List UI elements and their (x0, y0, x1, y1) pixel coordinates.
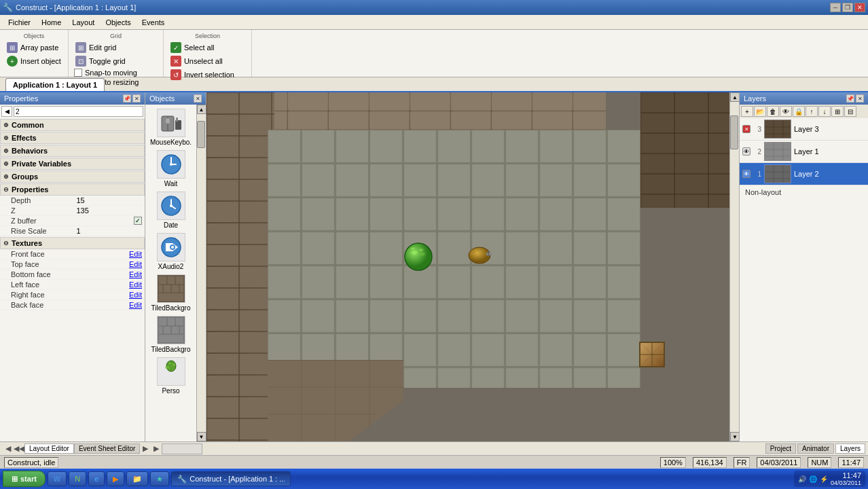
eye-layer-btn[interactable]: 👁 (780, 106, 792, 117)
lock-layer-btn[interactable]: 🔒 (793, 106, 805, 117)
menu-fichier[interactable]: Fichier (3, 17, 36, 28)
layer-2-item[interactable]: 👁 1 Layer 2 (740, 163, 868, 185)
objects-list: MouseKeybo. Wait (145, 105, 196, 441)
top-face-edit[interactable]: Edit (129, 260, 142, 268)
properties-panel-close[interactable]: ✕ (132, 94, 141, 103)
events-editor-tab[interactable]: Event Sheet Editor (74, 443, 140, 454)
restore-button[interactable]: ❐ (842, 3, 853, 12)
layer-1-item[interactable]: 👁 2 Layer 1 (740, 141, 868, 163)
prop-search-box[interactable]: 2 (14, 106, 143, 117)
layout-editor-tab[interactable]: Layout Editor (24, 443, 74, 454)
textures-section-header[interactable]: ⊖ Textures (0, 237, 145, 249)
animator-tab[interactable]: Animator (797, 443, 834, 454)
canvas-scroll-up[interactable]: ▲ (730, 92, 739, 102)
rise-scale-value[interactable]: 1 (77, 227, 143, 235)
scroll-thumb[interactable] (197, 121, 205, 148)
zbuffer-checkbox[interactable]: ✓ (134, 217, 142, 225)
layer-3-eye[interactable]: ✕ (742, 125, 751, 133)
delete-layer-btn[interactable]: 🗑 (767, 106, 779, 117)
taskbar-note[interactable]: N (69, 471, 86, 486)
prop-nav-back[interactable]: ◀ (1, 106, 12, 117)
layers-panel-close[interactable]: ✕ (856, 94, 864, 103)
down-layer-btn[interactable]: ↓ (818, 106, 831, 117)
select-all-button[interactable]: ✓ Select all (168, 41, 247, 54)
expand-layer-btn[interactable]: ⊞ (831, 106, 844, 117)
taskbar-files[interactable]: 📁 (126, 471, 148, 486)
zbuffer-row: Z buffer ✓ (0, 216, 145, 226)
bottom-tabs-left: ◀ ◀◀ Layout Editor Event Sheet Editor ▶ … (0, 443, 765, 454)
effects-section-header[interactable]: ⊕ Effects (0, 132, 145, 144)
behaviors-section: ⊕ Behaviors (0, 145, 145, 157)
snap-moving-button[interactable]: Snap-to moving (73, 68, 159, 77)
tray-clock: 11:47 04/03/2011 (831, 471, 861, 486)
insert-object-button[interactable]: + Insert object (4, 54, 64, 68)
canvas-vthumb[interactable] (730, 115, 738, 149)
right-corner-svg (640, 92, 739, 208)
object-date[interactable]: Date (147, 190, 195, 230)
object-tiledbackgro1[interactable]: TiledBackgro (147, 273, 195, 313)
properties-sub-header[interactable]: ⊖ Properties (0, 183, 145, 196)
layout-tab[interactable]: Application 1 : Layout 1 (5, 78, 105, 91)
project-tab[interactable]: Project (765, 443, 796, 454)
right-face-edit[interactable]: Edit (129, 291, 142, 299)
files-icon: 📁 (132, 475, 142, 484)
editor-scrollbar[interactable] (162, 443, 202, 454)
menu-layout[interactable]: Layout (67, 17, 100, 28)
groups-section-header[interactable]: ⊕ Groups (0, 170, 145, 183)
add-layer-btn[interactable]: + (741, 106, 753, 117)
collapse-layer-btn[interactable]: ⊟ (844, 106, 856, 117)
scroll-up-btn[interactable]: ▲ (197, 105, 206, 114)
layer-2-eye[interactable]: 👁 (742, 170, 751, 178)
tab-scroll-forward[interactable]: ▶ (140, 443, 151, 454)
invert-selection-button[interactable]: ↺ Invert selection (168, 68, 247, 82)
object-perso[interactable]: Perso (147, 356, 195, 396)
taskbar-construct[interactable]: 🔧 Construct - [Application 1 : ... (171, 471, 291, 486)
up-layer-btn[interactable]: ↑ (806, 106, 818, 117)
canvas-scroll-down[interactable]: ▼ (730, 432, 739, 441)
tab-scroll-right-small[interactable]: ◀◀ (14, 443, 24, 454)
behaviors-section-header[interactable]: ⊕ Behaviors (0, 145, 145, 157)
menu-home[interactable]: Home (36, 17, 67, 28)
scroll-down-btn[interactable]: ▼ (197, 432, 206, 441)
start-button[interactable]: ⊞ start (3, 471, 46, 487)
taskbar-word[interactable]: W (48, 471, 67, 486)
menu-events[interactable]: Events (137, 17, 170, 28)
common-section-header[interactable]: ⊕ Common (0, 119, 145, 131)
private-vars-section-header[interactable]: ⊕ Private Variables (0, 158, 145, 170)
unselect-all-button[interactable]: ✕ Unselect all (168, 54, 247, 68)
objects-panel-close[interactable]: ✕ (194, 94, 202, 103)
array-paste-button[interactable]: ⊞ Array paste (4, 41, 64, 54)
front-face-edit[interactable]: Edit (129, 250, 142, 258)
taskbar-app2[interactable]: ★ (150, 471, 169, 486)
object-mousekeybo[interactable]: MouseKeybo. (147, 107, 195, 147)
front-face-row: Front face Edit (0, 249, 145, 259)
z-value[interactable]: 135 (77, 206, 143, 215)
objects-panel-title: Objects (149, 94, 175, 103)
toggle-grid-button[interactable]: ⊡ Toggle grid (73, 54, 159, 68)
close-button[interactable]: ✕ (854, 3, 865, 12)
properties-panel: Properties 📌 ✕ ◀ 2 ⊕ Common (0, 92, 145, 441)
object-wait[interactable]: Wait (147, 149, 195, 189)
tab-scroll-left[interactable]: ◀ (3, 443, 14, 454)
left-face-edit[interactable]: Edit (129, 280, 142, 289)
object-xaudio2[interactable]: XAudio2 (147, 232, 195, 272)
depth-value[interactable]: 15 (77, 196, 143, 204)
canvas-area[interactable]: ▲ ▼ (206, 92, 739, 441)
layer-3-item[interactable]: ✕ 3 Layer 3 (740, 118, 868, 141)
back-face-edit[interactable]: Edit (129, 301, 142, 309)
taskbar-vlc[interactable]: ▶ (107, 471, 124, 486)
menu-objects[interactable]: Objects (100, 17, 136, 28)
edit-grid-button[interactable]: ⊞ Edit grid (73, 41, 159, 54)
bottom-tabs: ◀ ◀◀ Layout Editor Event Sheet Editor ▶ … (0, 441, 868, 455)
object-tiledbackgro2[interactable]: TiledBackgro (147, 314, 195, 355)
open-layer-btn[interactable]: 📂 (754, 106, 766, 117)
right-face-label: Right face (11, 291, 129, 299)
tab-scroll-end[interactable]: ▶ (151, 443, 162, 454)
minimize-button[interactable]: ─ (830, 3, 841, 12)
taskbar-ie[interactable]: e (88, 471, 105, 486)
layer-1-eye[interactable]: 👁 (742, 147, 751, 156)
layers-panel-pin[interactable]: 📌 (846, 94, 854, 103)
properties-panel-pin[interactable]: 📌 (123, 94, 131, 103)
layers-tab[interactable]: Layers (835, 443, 865, 454)
bottom-face-edit[interactable]: Edit (129, 270, 142, 278)
